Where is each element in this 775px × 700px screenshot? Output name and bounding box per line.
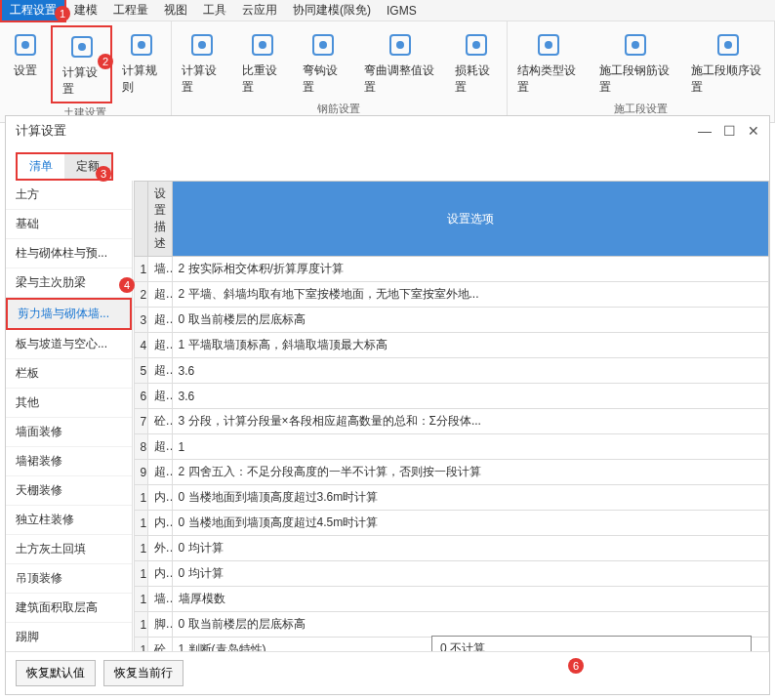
row-number: 11	[134, 511, 147, 536]
table-row[interactable]: 9超高数量取舍方法2 四舍五入：不足分段高度的一半不计算，否则按一段计算	[134, 460, 769, 485]
calc-rules-button[interactable]: 计算规则	[112, 25, 170, 103]
table-row[interactable]: 15脚手架底面取楼地面原则0 取当前楼层的层底标高	[134, 612, 769, 638]
ratio-settings-button[interactable]: 比重设置	[232, 25, 293, 100]
menubar-item[interactable]: IGMS	[379, 2, 425, 20]
segment-rebar-button[interactable]: 施工段钢筋设置	[590, 25, 682, 100]
sidebar-item[interactable]: 建筑面积取层高	[6, 594, 132, 623]
footer-button[interactable]: 恢复当前行	[103, 660, 184, 686]
column-header: 设置描述	[147, 182, 172, 257]
ribbon-button-label: 弯钩设置	[303, 62, 344, 96]
marker-4: 4	[119, 277, 135, 293]
row-number: 2	[134, 282, 147, 308]
tab-清单[interactable]: 清单	[18, 154, 64, 179]
ribbon-group: 计算设置比重设置弯钩设置弯曲调整值设置损耗设置钢筋设置	[172, 21, 508, 122]
row-number: 10	[134, 485, 147, 511]
struct-type-icon	[533, 29, 564, 61]
ribbon: 设置计算设置计算规则土建设置计算设置比重设置弯钩设置弯曲调整值设置损耗设置钢筋设…	[0, 21, 775, 123]
table-row[interactable]: 12外墙内脚手架面积计算条件0 均计算	[134, 536, 769, 561]
setting-option[interactable]: 0 取当前楼层的层底标高	[172, 308, 769, 333]
sidebar-item[interactable]: 天棚装修	[6, 476, 132, 506]
table-row[interactable]: 5超高起始判断高度(m)3.6	[134, 358, 769, 384]
maximize-icon[interactable]: ☐	[723, 123, 736, 139]
table-row[interactable]: 14墙厚模数墙厚模数	[134, 587, 769, 612]
setting-description: 超高底面取楼地面原则	[147, 308, 172, 333]
ribbon-button-label: 施工段顺序设置	[691, 62, 764, 96]
setting-option[interactable]: 0 均计算	[172, 561, 769, 587]
table-row[interactable]: 7砼墙超高分段计算方法3 分段，计算分段量×各段相应超高数量的总和：Σ分段体..…	[134, 409, 769, 434]
setting-option[interactable]: 0 均计算	[172, 536, 769, 561]
sidebar-item[interactable]: 踢脚	[6, 623, 132, 651]
ribbon-button-label: 施工段钢筋设置	[599, 62, 673, 96]
sidebar-item[interactable]: 土方	[6, 181, 132, 210]
loss-settings-icon	[461, 29, 492, 61]
sidebar-item[interactable]: 柱与砌体柱与预...	[6, 239, 132, 268]
calc-settings2-button[interactable]: 计算设置	[172, 25, 232, 100]
sidebar-item[interactable]: 墙裙装修	[6, 447, 132, 476]
ribbon-button-label: 计算规则	[122, 62, 160, 96]
setting-option[interactable]: 墙厚模数	[172, 587, 769, 612]
svg-point-3	[78, 43, 86, 51]
row-number: 6	[134, 384, 147, 409]
sidebar-item[interactable]: 板与坡道与空心...	[6, 330, 132, 359]
sidebar-item[interactable]: 其他	[6, 389, 132, 418]
setting-option[interactable]: 0 当楼地面到墙顶高度超过4.5m时计算	[172, 511, 769, 536]
setting-option[interactable]: 0 取当前楼层的层底标高	[172, 612, 769, 638]
ribbon-button-label: 结构类型设置	[517, 62, 580, 96]
row-number: 14	[134, 587, 147, 612]
loss-settings-button[interactable]: 损耗设置	[445, 25, 506, 100]
menubar-item[interactable]: 工具	[195, 0, 234, 21]
sidebar-item[interactable]: 独立柱装修	[6, 506, 132, 535]
setting-option[interactable]: 1	[172, 434, 769, 460]
close-icon[interactable]: ✕	[748, 123, 759, 139]
calc-settings2-icon	[186, 29, 218, 61]
bend-adjust-button[interactable]: 弯曲调整值设置	[354, 25, 446, 100]
marker-1: 1	[55, 6, 70, 21]
table-row[interactable]: 6超高起始计算高度(m)3.6	[134, 384, 769, 409]
table-row[interactable]: 8超高分段高度(m)1	[134, 434, 769, 460]
setting-option[interactable]: 3.6	[172, 384, 769, 409]
setting-option[interactable]: 1 平墙取墙顶标高，斜墙取墙顶最大标高	[172, 333, 769, 358]
sidebar-item[interactable]: 土方灰土回填	[6, 535, 132, 564]
menubar-item[interactable]: 云应用	[234, 0, 285, 21]
setting-option[interactable]: 0 当楼地面到墙顶高度超过3.6m时计算	[172, 485, 769, 511]
menubar-item[interactable]: 视图	[156, 0, 195, 21]
minimize-icon[interactable]: —	[698, 123, 712, 139]
menubar-item[interactable]: 协同建模(限免)	[285, 0, 379, 21]
table-row[interactable]: 1墙面积与其他构件相交的扣减方法2 按实际相交体积/折算厚度计算	[134, 257, 769, 282]
sidebar-item[interactable]: 墙面装修	[6, 418, 132, 447]
bend-settings-button[interactable]: 弯钩设置	[293, 25, 353, 100]
footer-button[interactable]: 恢复默认值	[16, 660, 96, 686]
sidebar-item[interactable]: 基础	[6, 210, 132, 239]
ribbon-button-label: 设置	[14, 62, 37, 79]
dropdown-item[interactable]: 0 不计算	[432, 637, 751, 651]
row-number: 9	[134, 460, 147, 485]
table-row[interactable]: 10内侧脚手架长度计算条件0 当楼地面到墙顶高度超过3.6m时计算	[134, 485, 769, 511]
struct-type-button[interactable]: 结构类型设置	[508, 25, 590, 100]
bend-settings-icon	[307, 29, 339, 61]
menubar-item[interactable]: 工程量	[105, 0, 156, 21]
setting-option[interactable]: 2 平墙、斜墙均取有地下室按楼地面，无地下室按室外地...	[172, 282, 769, 308]
setting-option[interactable]: 2 按实际相交体积/折算厚度计算	[172, 257, 769, 282]
sidebar-item[interactable]: 吊顶装修	[6, 564, 132, 594]
table-row[interactable]: 3超高底面取楼地面原则0 取当前楼层的层底标高	[134, 308, 769, 333]
setting-option[interactable]: 3 分段，计算分段量×各段相应超高数量的总和：Σ分段体...	[172, 409, 769, 434]
table-row[interactable]: 13内墙脚手架面积计算条件0 均计算	[134, 561, 769, 587]
setting-option[interactable]: 2 四舍五入：不足分段高度的一半不计算，否则按一段计算	[172, 460, 769, 485]
segment-order-button[interactable]: 施工段顺序设置	[681, 25, 774, 100]
ribbon-button-label: 计算设置	[182, 62, 223, 96]
menubar-item[interactable]: 建模	[66, 0, 105, 21]
settings-button[interactable]: 设置	[0, 25, 51, 103]
sidebar-item[interactable]: 栏板	[6, 359, 132, 389]
sidebar-item[interactable]: 梁与主次肋梁	[6, 268, 132, 298]
setting-option[interactable]: 3.6	[172, 358, 769, 384]
table-row[interactable]: 4超高顶面计算方法1 平墙取墙顶标高，斜墙取墙顶最大标高	[134, 333, 769, 358]
row-number: 13	[134, 561, 147, 587]
setting-description: 砼墙是否判断短肢剪力墙	[147, 638, 172, 652]
table-row[interactable]: 2超高底面计算方法2 平墙、斜墙均取有地下室按楼地面，无地下室按室外地...	[134, 282, 769, 308]
sidebar-item[interactable]: 剪力墙与砌体墙...	[6, 298, 132, 330]
option-dropdown: 0 不计算1 计算钢丝网片长度	[431, 636, 752, 651]
svg-point-9	[259, 41, 266, 49]
row-number: 15	[134, 612, 147, 638]
table-row[interactable]: 11内侧脚手架超高长度计算条件0 当楼地面到墙顶高度超过4.5m时计算	[134, 511, 769, 536]
svg-point-1	[21, 41, 29, 49]
